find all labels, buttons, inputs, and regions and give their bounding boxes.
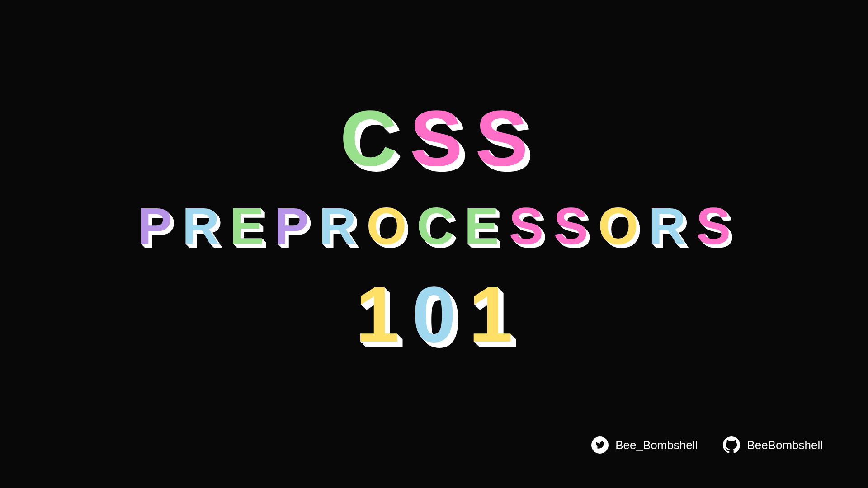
title-line-1: C S S (340, 99, 528, 178)
letter-o: O (598, 200, 638, 252)
letter-s: S (410, 99, 462, 178)
letter-e: E (464, 200, 499, 252)
twitter-icon (591, 436, 609, 454)
letter-1: 1 (355, 275, 399, 354)
letter-c: C (417, 200, 454, 252)
letter-e: E (230, 200, 264, 252)
letter-s: S (553, 200, 588, 252)
letter-p: P (274, 200, 309, 252)
letter-r: R (319, 200, 356, 252)
letter-s: S (475, 99, 528, 178)
github-link[interactable]: BeeBombshell (722, 436, 823, 454)
social-links: Bee_Bombshell BeeBombshell (591, 436, 823, 454)
title-line-3: 1 0 1 (355, 275, 513, 354)
letter-s: S (509, 200, 543, 252)
letter-1: 1 (469, 275, 513, 354)
github-icon (722, 436, 741, 454)
title-container: C S S P R E P R O C E S S O R S 1 0 1 (137, 99, 731, 354)
twitter-link[interactable]: Bee_Bombshell (591, 436, 698, 454)
letter-0: 0 (412, 275, 456, 354)
letter-s: S (696, 200, 731, 252)
letter-p: P (137, 200, 172, 252)
title-line-2: P R E P R O C E S S O R S (137, 200, 731, 252)
github-handle: BeeBombshell (747, 438, 823, 452)
letter-c: C (340, 99, 397, 178)
twitter-handle: Bee_Bombshell (615, 438, 698, 452)
letter-o: O (366, 200, 406, 252)
letter-r: R (182, 200, 220, 252)
letter-r: R (648, 200, 686, 252)
